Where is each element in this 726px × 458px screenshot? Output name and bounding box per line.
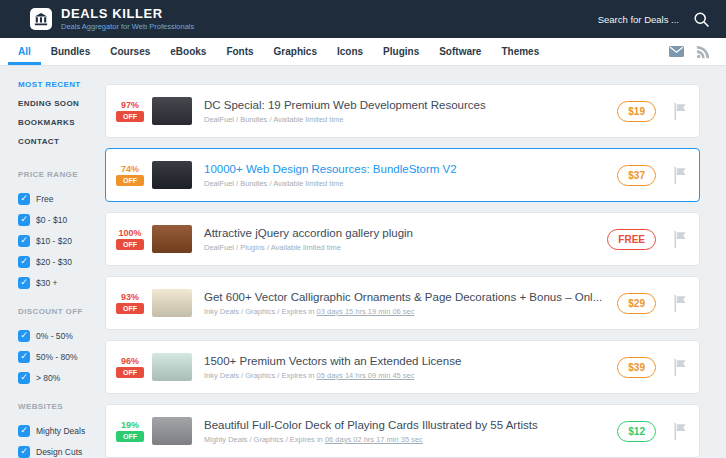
sidebar-item-most-recent[interactable]: MOST RECENT bbox=[18, 80, 105, 99]
checkbox-checked-icon[interactable] bbox=[18, 372, 30, 384]
deal-thumbnail bbox=[152, 161, 192, 189]
discount-badge: 74% OFF bbox=[116, 164, 144, 186]
page-body: MOST RECENT ENDING SOON BOOKMARKS CONTAC… bbox=[0, 66, 726, 458]
deal-title[interactable]: DC Special: 19 Premium Web Development R… bbox=[204, 99, 605, 111]
tab-courses[interactable]: Courses bbox=[100, 38, 160, 65]
filter-option-0-50[interactable]: 0% - 50% bbox=[18, 325, 105, 346]
checkbox-checked-icon[interactable] bbox=[18, 214, 30, 226]
filter-option-10-20[interactable]: $10 - $20 bbox=[18, 230, 105, 251]
discount-percent: 100% bbox=[116, 228, 144, 238]
sidebar-item-bookmarks[interactable]: BOOKMARKS bbox=[18, 118, 105, 137]
filter-option-label: $20 - $30 bbox=[36, 257, 72, 267]
sidebar-item-ending-soon[interactable]: ENDING SOON bbox=[18, 99, 105, 118]
tab-bundles[interactable]: Bundles bbox=[41, 38, 100, 65]
filter-option-free[interactable]: Free bbox=[18, 188, 105, 209]
checkbox-checked-icon[interactable] bbox=[18, 446, 30, 458]
price-button[interactable]: $19 bbox=[617, 101, 656, 122]
price-button[interactable]: $29 bbox=[617, 293, 656, 314]
deal-title[interactable]: Beautiful Full-Color Deck of Playing Car… bbox=[204, 419, 605, 431]
deal-card[interactable]: 96% OFF 1500+ Premium Vectors with an Ex… bbox=[105, 340, 700, 394]
bookmark-flag-icon[interactable] bbox=[672, 231, 687, 248]
deal-card[interactable]: 19% OFF Beautiful Full-Color Deck of Pla… bbox=[105, 404, 700, 458]
deal-countdown[interactable]: 06 days 02 hrs 17 min 35 sec bbox=[325, 435, 423, 444]
deal-thumbnail bbox=[152, 289, 192, 317]
deal-title[interactable]: Get 600+ Vector Calligraphic Ornaments &… bbox=[204, 291, 605, 303]
filter-option-mighty-deals[interactable]: Mighty Deals bbox=[18, 420, 105, 441]
deal-countdown[interactable]: 03 days 15 hrs 19 min 06 sec bbox=[317, 307, 415, 316]
deal-title[interactable]: Attractive jQuery accordion gallery plug… bbox=[204, 227, 595, 239]
checkbox-checked-icon[interactable] bbox=[18, 425, 30, 437]
deal-card[interactable]: 74% OFF 10000+ Web Design Resources: Bun… bbox=[105, 148, 700, 202]
tab-graphics[interactable]: Graphics bbox=[264, 38, 327, 65]
deal-title[interactable]: 1500+ Premium Vectors with an Extended L… bbox=[204, 355, 605, 367]
filter-option-0-10[interactable]: $0 - $10 bbox=[18, 209, 105, 230]
price-button[interactable]: $37 bbox=[617, 165, 656, 186]
deal-card[interactable]: 100% OFF Attractive jQuery accordion gal… bbox=[105, 212, 700, 266]
sidebar-item-contact[interactable]: CONTACT bbox=[18, 137, 105, 156]
tab-all[interactable]: All bbox=[8, 38, 41, 65]
deals-killer-app: DEALS KILLER Deals Aggregator for Web Pr… bbox=[0, 0, 726, 458]
app-logo-icon[interactable] bbox=[30, 8, 52, 30]
deal-meta: Mighty Deals / Graphics / Expires in 06 … bbox=[204, 435, 605, 444]
deal-title[interactable]: 10000+ Web Design Resources: BundleStorm… bbox=[204, 163, 605, 175]
rss-icon[interactable] bbox=[696, 45, 710, 59]
filter-option-50-80[interactable]: 50% - 80% bbox=[18, 346, 105, 367]
filter-option-design-cuts[interactable]: Design Cuts bbox=[18, 441, 105, 458]
discount-off-label: OFF bbox=[116, 239, 144, 250]
deal-thumbnail bbox=[152, 225, 192, 253]
bookmark-flag-icon[interactable] bbox=[672, 359, 687, 376]
checkbox-checked-icon[interactable] bbox=[18, 235, 30, 247]
deal-countdown[interactable]: 05 days 14 hrs 09 min 45 sec bbox=[317, 371, 415, 380]
checkbox-checked-icon[interactable] bbox=[18, 351, 30, 363]
tab-fonts[interactable]: Fonts bbox=[216, 38, 263, 65]
tab-ebooks[interactable]: eBooks bbox=[160, 38, 216, 65]
nav-action-icons bbox=[669, 38, 710, 65]
deal-card[interactable]: 97% OFF DC Special: 19 Premium Web Devel… bbox=[105, 84, 700, 138]
checkbox-checked-icon[interactable] bbox=[18, 277, 30, 289]
deal-card[interactable]: 93% OFF Get 600+ Vector Calligraphic Orn… bbox=[105, 276, 700, 330]
brand-block[interactable]: DEALS KILLER Deals Aggregator for Web Pr… bbox=[61, 7, 194, 31]
bookmark-flag-icon[interactable] bbox=[672, 295, 687, 312]
checkbox-checked-icon[interactable] bbox=[18, 330, 30, 342]
tab-software[interactable]: Software bbox=[429, 38, 491, 65]
price-button[interactable]: $12 bbox=[617, 421, 656, 442]
discount-percent: 97% bbox=[116, 100, 144, 110]
discount-off-label: OFF bbox=[116, 367, 144, 378]
bookmark-flag-icon[interactable] bbox=[672, 167, 687, 184]
deal-meta-text: DealFuel / Bundles / Available limited t… bbox=[204, 115, 344, 124]
tab-icons[interactable]: Icons bbox=[327, 38, 373, 65]
deal-info: DC Special: 19 Premium Web Development R… bbox=[204, 99, 605, 124]
deal-meta: Inky Deals / Graphics / Expires in 03 da… bbox=[204, 307, 605, 316]
bookmark-flag-icon[interactable] bbox=[672, 103, 687, 120]
deal-thumbnail bbox=[152, 97, 192, 125]
discount-percent: 74% bbox=[116, 164, 144, 174]
checkbox-checked-icon[interactable] bbox=[18, 256, 30, 268]
deal-meta: DealFuel / Bundles / Available limited t… bbox=[204, 115, 605, 124]
search-label[interactable]: Search for Deals ... bbox=[598, 14, 679, 25]
category-navbar: All Bundles Courses eBooks Fonts Graphic… bbox=[0, 38, 726, 66]
search-icon[interactable] bbox=[693, 11, 710, 28]
discount-percent: 96% bbox=[116, 356, 144, 366]
tab-themes[interactable]: Themes bbox=[491, 38, 549, 65]
filter-group-websites: WEBSITES Mighty Deals Design Cuts InkyDe… bbox=[18, 402, 105, 458]
checkbox-checked-icon[interactable] bbox=[18, 193, 30, 205]
filter-option-over-80[interactable]: > 80% bbox=[18, 367, 105, 388]
category-tabs: All Bundles Courses eBooks Fonts Graphic… bbox=[8, 38, 549, 65]
app-title: DEALS KILLER bbox=[61, 7, 194, 21]
search-control[interactable]: Search for Deals ... bbox=[598, 11, 710, 28]
price-button[interactable]: FREE bbox=[607, 229, 656, 250]
filter-option-label: 0% - 50% bbox=[36, 331, 73, 341]
tab-plugins[interactable]: Plugins bbox=[373, 38, 429, 65]
filter-heading: WEBSITES bbox=[18, 402, 105, 411]
deal-info: Attractive jQuery accordion gallery plug… bbox=[204, 227, 595, 252]
app-subtitle: Deals Aggregator for Web Professionals bbox=[61, 22, 194, 31]
bookmark-flag-icon[interactable] bbox=[672, 423, 687, 440]
price-button[interactable]: $39 bbox=[617, 357, 656, 378]
deals-list: 97% OFF DC Special: 19 Premium Web Devel… bbox=[105, 66, 726, 458]
filter-option-30-plus[interactable]: $30 + bbox=[18, 272, 105, 293]
discount-badge: 19% OFF bbox=[116, 420, 144, 442]
mail-icon[interactable] bbox=[669, 46, 684, 57]
discount-off-label: OFF bbox=[116, 303, 144, 314]
sidebar: MOST RECENT ENDING SOON BOOKMARKS CONTAC… bbox=[0, 66, 105, 458]
filter-option-20-30[interactable]: $20 - $30 bbox=[18, 251, 105, 272]
